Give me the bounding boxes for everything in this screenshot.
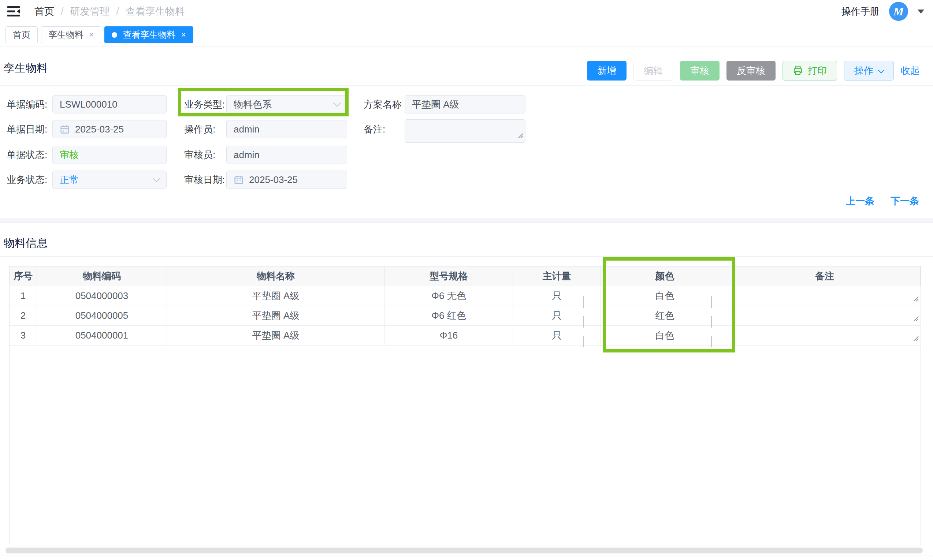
tab-view-twin-material[interactable]: 查看孪生物料 × — [104, 26, 193, 43]
top-header-bar: 首页 / 研发管理 / 查看孪生物料 操作手册 M — [0, 0, 933, 23]
avatar-letter: M — [893, 5, 904, 18]
close-icon[interactable]: × — [89, 31, 94, 39]
add-button[interactable]: 新增 — [587, 61, 627, 80]
cell-color-select[interactable]: 白色 — [601, 326, 729, 345]
doc-date-label: 单据日期: — [6, 120, 47, 138]
print-button[interactable]: 打印 — [782, 61, 837, 80]
audit-date-value: 2025-03-25 — [249, 174, 298, 186]
plan-name-label: 方案名称 — [363, 95, 402, 114]
chevron-down-icon — [583, 296, 584, 308]
chevron-down-icon — [333, 99, 341, 107]
cell-spec: Φ6 无色 — [385, 286, 513, 306]
calendar-icon — [234, 175, 244, 185]
close-icon[interactable]: × — [181, 31, 186, 39]
auditor-field[interactable]: admin — [226, 146, 347, 164]
col-header-name: 物料名称 — [167, 266, 385, 286]
tab-home[interactable]: 首页 — [6, 26, 38, 43]
biz-type-label: 业务类型: — [184, 95, 225, 114]
audit-date-field[interactable]: 2025-03-25 — [226, 171, 347, 189]
actions-dropdown-button[interactable]: 操作 — [844, 61, 894, 80]
unit-value: 只 — [552, 329, 562, 342]
remark-textarea[interactable] — [405, 119, 525, 143]
page: 首页 / 研发管理 / 查看孪生物料 操作手册 M 首页 孪生物料 × 查看孪生… — [0, 0, 933, 560]
plan-name-value: 平垫圈 A级 — [412, 98, 459, 111]
edit-button: 编辑 — [633, 61, 673, 80]
table-header-row: 序号 物料编码 物料名称 型号规格 主计量 颜色 备注 — [9, 266, 921, 286]
breadcrumb-separator: / — [61, 6, 64, 17]
cell-spec: Φ6 红色 — [385, 306, 513, 325]
doc-status-value: 审核 — [60, 149, 79, 162]
unit-value: 只 — [552, 289, 562, 302]
cell-code: 0504000003 — [37, 286, 167, 306]
tab-label: 首页 — [13, 29, 31, 41]
doc-code-value: LSWL000010 — [60, 99, 117, 110]
caret-down-icon[interactable] — [918, 9, 924, 14]
chevron-down-icon — [583, 316, 584, 327]
resize-grip-icon[interactable] — [517, 129, 523, 141]
color-value: 白色 — [656, 329, 674, 342]
chevron-down-icon — [711, 335, 712, 347]
chevron-down-icon — [711, 316, 712, 327]
resize-grip-icon[interactable] — [913, 293, 919, 304]
cell-index: 2 — [9, 306, 37, 325]
cell-code: 0504000001 — [37, 326, 167, 345]
cell-name: 平垫圈 A级 — [167, 306, 385, 325]
manual-link[interactable]: 操作手册 — [841, 5, 879, 18]
resize-grip-icon[interactable] — [913, 312, 919, 324]
header-right-area: 操作手册 M — [841, 2, 924, 21]
cell-unit-select[interactable]: 只 — [513, 326, 601, 345]
doc-status-label: 单据状态: — [6, 146, 47, 164]
cell-color-select[interactable]: 白色 — [601, 286, 729, 306]
divider — [0, 85, 933, 86]
material-table: 序号 物料编码 物料名称 型号规格 主计量 颜色 备注 1 0504000003… — [9, 266, 921, 545]
calendar-icon — [60, 124, 70, 134]
breadcrumb-rd-management[interactable]: 研发管理 — [70, 5, 110, 18]
bottom-border-line — [0, 555, 933, 556]
biz-status-value: 正常 — [60, 174, 79, 186]
unit-value: 只 — [552, 309, 562, 322]
col-header-index: 序号 — [9, 266, 37, 286]
color-value: 白色 — [656, 289, 674, 302]
operator-value: admin — [234, 124, 260, 135]
cell-unit-select[interactable]: 只 — [513, 306, 601, 325]
doc-date-field[interactable]: 2025-03-25 — [52, 120, 166, 138]
doc-code-field[interactable]: LSWL000010 — [52, 95, 166, 114]
cell-remark-textarea[interactable] — [729, 286, 921, 306]
resize-grip-icon[interactable] — [913, 332, 919, 344]
breadcrumb-current-page: 查看孪生物料 — [126, 5, 185, 18]
breadcrumb-home[interactable]: 首页 — [34, 5, 54, 18]
chevron-down-icon — [153, 175, 160, 182]
cell-remark-textarea[interactable] — [729, 306, 921, 325]
biz-type-select[interactable]: 物料色系 — [226, 95, 347, 114]
col-header-spec: 型号规格 — [385, 266, 513, 286]
unaudit-button[interactable]: 反审核 — [727, 61, 776, 80]
breadcrumb-separator: / — [117, 6, 119, 17]
audit-button[interactable]: 审核 — [680, 61, 719, 80]
cell-color-select[interactable]: 红色 — [601, 306, 729, 325]
operator-field[interactable]: admin — [226, 120, 347, 138]
tab-bar: 首页 孪生物料 × 查看孪生物料 × — [0, 23, 933, 47]
printer-icon — [793, 66, 803, 76]
collapse-link[interactable]: 收起 — [901, 65, 920, 77]
menu-fold-icon[interactable] — [6, 5, 21, 18]
divider — [0, 256, 933, 257]
cell-remark-textarea[interactable] — [729, 326, 921, 345]
section-divider-band — [0, 218, 933, 223]
material-section-title: 物料信息 — [4, 236, 48, 251]
tab-label: 孪生物料 — [48, 29, 83, 41]
record-pager: 上一条 下一条 — [846, 195, 919, 208]
next-record-link[interactable]: 下一条 — [890, 195, 919, 208]
plan-name-field[interactable]: 平垫圈 A级 — [405, 95, 525, 114]
tab-label: 查看孪生物料 — [123, 29, 176, 41]
color-value: 红色 — [656, 309, 674, 322]
biz-status-select[interactable]: 正常 — [52, 171, 166, 189]
chevron-down-icon — [583, 335, 584, 347]
tab-twin-material[interactable]: 孪生物料 × — [41, 26, 101, 43]
chevron-down-icon — [878, 67, 884, 73]
col-header-color: 颜色 — [601, 266, 729, 286]
auditor-label: 审核员: — [184, 146, 215, 164]
user-avatar[interactable]: M — [889, 2, 908, 21]
horizontal-scrollbar[interactable] — [6, 548, 923, 554]
cell-unit-select[interactable]: 只 — [513, 286, 601, 306]
prev-record-link[interactable]: 上一条 — [846, 195, 874, 208]
